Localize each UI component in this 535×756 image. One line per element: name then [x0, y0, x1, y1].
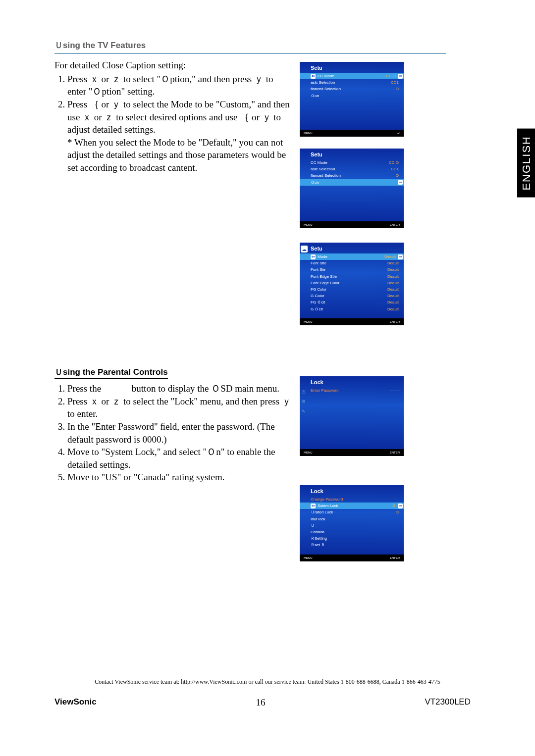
osd-row: Font SieDeault	[300, 266, 404, 273]
osd-row: Font StleDeault	[300, 260, 404, 266]
footer-enter-hint: ENTER	[390, 451, 400, 454]
osd-row: G ＯcitDeault	[300, 306, 404, 312]
osd-footer: MENU ENTER	[300, 449, 404, 456]
heading-parental-controls: Ｕsing the Parental Controls	[54, 366, 168, 379]
osd-row: Ｒset Ｒ	[300, 542, 404, 548]
osd-setup-option: Setu CC ModeCC O asic SelectionCC1 ﬂance…	[300, 149, 404, 228]
osd-key: Inut lock	[311, 516, 325, 522]
osd-footer: MENU ↩	[300, 130, 404, 137]
heading-tv-features: Ｕsing the TV Features	[54, 40, 446, 51]
arrow-left-icon: ⇦	[311, 254, 316, 259]
osd-key: ﬂanced Selection	[311, 86, 341, 92]
osd-value: Deault	[384, 254, 396, 259]
osd-title: Lock	[300, 378, 404, 387]
osd-row: Canada	[300, 529, 404, 535]
page-footer: ViewSonic 16 VT2300LED	[54, 697, 471, 708]
list-item: Press the button to display the ＯSD main…	[67, 382, 292, 395]
osd-value: Deault	[387, 267, 399, 272]
osd-value: CC O	[386, 73, 396, 79]
osd-key: G Ｏcit	[311, 306, 322, 312]
osd-value: Ｏ	[392, 503, 396, 508]
osd-key: asic Selection	[311, 80, 335, 85]
osd-key: Sstem Lock	[316, 503, 392, 508]
osd-key: Ｏon	[311, 93, 319, 99]
osd-key: Canada	[311, 529, 324, 535]
osd-icon-column: ◷ ⚙ ✎	[300, 376, 308, 449]
osd-value: Deault	[387, 300, 399, 305]
osd-lock-settings: Lock Change Password ⇦ Sstem Lock Ｏ ⇨ Ｕr…	[300, 485, 404, 561]
osd-key: CC Mode	[316, 73, 386, 79]
osd-key: asic Selection	[311, 166, 335, 172]
cc-note: * When you select the Mode to be "Defaul…	[67, 136, 292, 174]
osd-value: CC1	[391, 80, 399, 85]
osd-row: FG ＯcitDeault	[300, 299, 404, 305]
footer-enter-hint: ENTER	[390, 320, 400, 323]
osd-row: ⇦ Sstem Lock Ｏ ⇨	[300, 503, 404, 509]
osd-value: - - - -	[390, 388, 399, 393]
lock-icon: ✎	[300, 409, 307, 418]
osd-key: Change Password	[311, 497, 343, 502]
osd-value: O	[396, 173, 399, 178]
arrow-right-icon: ⇨	[398, 504, 403, 508]
pc-steps-list: Press the button to display the ＯSD main…	[54, 382, 292, 484]
osd-value: Deault	[387, 293, 399, 299]
osd-value: Deault	[387, 287, 399, 292]
arrow-right-icon: ⇨	[398, 180, 403, 185]
list-item: Move to "System Lock," and select "Ｏn" t…	[67, 446, 292, 471]
language-tab: ENGLISH	[517, 129, 535, 198]
osd-row: Inut lock	[300, 516, 404, 522]
osd-row: Enter Password - - - -	[300, 387, 404, 394]
contact-footer: Contact ViewSonic service team at: http:…	[0, 678, 535, 686]
osd-row: Font Edge ColorDeault	[300, 280, 404, 286]
osd-row: Ｕ	[300, 522, 404, 529]
osd-row: asic SelectionCC1	[300, 79, 404, 86]
osd-setup-detail: ☁ Setu ⇦ Mode Deault ⇨ Font StleDeault F…	[300, 243, 404, 325]
arrow-right-icon: ⇨	[398, 254, 403, 259]
osd-value: O	[396, 509, 399, 515]
osd-key: Mode	[316, 254, 384, 259]
brand-name: ViewSonic	[54, 697, 97, 708]
osd-row: Change Password	[300, 496, 404, 503]
footer-menu-hint: MENU	[304, 556, 313, 559]
osd-lock-password: ◷ ⚙ ✎ Lock Enter Password - - - - MENU E…	[300, 376, 404, 456]
osd-key: ﬂanced Selection	[311, 173, 341, 178]
cc-steps-list: Press ｘ or ｚ to select "Ｏption," and the…	[54, 73, 292, 136]
osd-key: CC Mode	[311, 160, 327, 165]
list-item: In the "Enter Password" ﬁeld, enter the …	[67, 420, 292, 446]
osd-key: Ｕrated Lock	[311, 509, 333, 515]
osd-row: CC ModeCC O	[300, 159, 404, 166]
arrow-left-icon: ⇦	[311, 504, 316, 508]
osd-row: ⇦ CC Mode CC O ⇨	[300, 73, 404, 79]
osd-key: Font Edge Color	[311, 280, 339, 286]
osd-row: Font Edge StleDeault	[300, 273, 404, 280]
divider	[54, 53, 446, 54]
osd-key: Ｒset Ｒ	[311, 542, 325, 548]
osd-key: Enter Password	[311, 388, 338, 393]
footer-menu-hint: MENU	[304, 223, 313, 226]
footer-menu-hint: MENU	[304, 132, 313, 135]
osd-key: ＲSetting	[311, 536, 327, 541]
osd-value: Deault	[387, 306, 399, 312]
osd-row: asic SelectionCC1	[300, 166, 404, 172]
list-item: Press ｘ or ｚ to select the "Lock" menu, …	[67, 395, 292, 420]
osd-key: FG Color	[311, 287, 326, 292]
list-item: Move to "US" or "Canada" rating system.	[67, 471, 292, 484]
list-item: Press ｘ or ｚ to select "Ｏption," and the…	[67, 73, 292, 98]
osd-row: FG ColorDeault	[300, 286, 404, 293]
osd-key: FG Ｏcit	[311, 300, 325, 305]
osd-row: G ColorDeault	[300, 293, 404, 299]
list-item: Press ｛ or ｙ to select the Mode to be "C…	[67, 98, 292, 136]
clock-icon: ◷	[300, 389, 307, 398]
gear-icon: ⚙	[300, 399, 307, 408]
osd-value: Deault	[387, 280, 399, 286]
osd-title: Setu	[300, 64, 404, 73]
footer-enter-hint: ENTER	[390, 556, 400, 559]
osd-row: Ｏon ⇨	[300, 179, 404, 186]
osd-value: CC1	[391, 166, 399, 172]
cc-intro: For detailed Close Caption setting:	[54, 59, 292, 72]
osd-row: ＲSetting	[300, 535, 404, 542]
footer-menu-hint: MENU	[304, 451, 313, 454]
arrow-left-icon: ⇦	[311, 74, 316, 79]
osd-value: Deault	[387, 274, 399, 279]
gear-icon: ☁	[301, 246, 308, 252]
